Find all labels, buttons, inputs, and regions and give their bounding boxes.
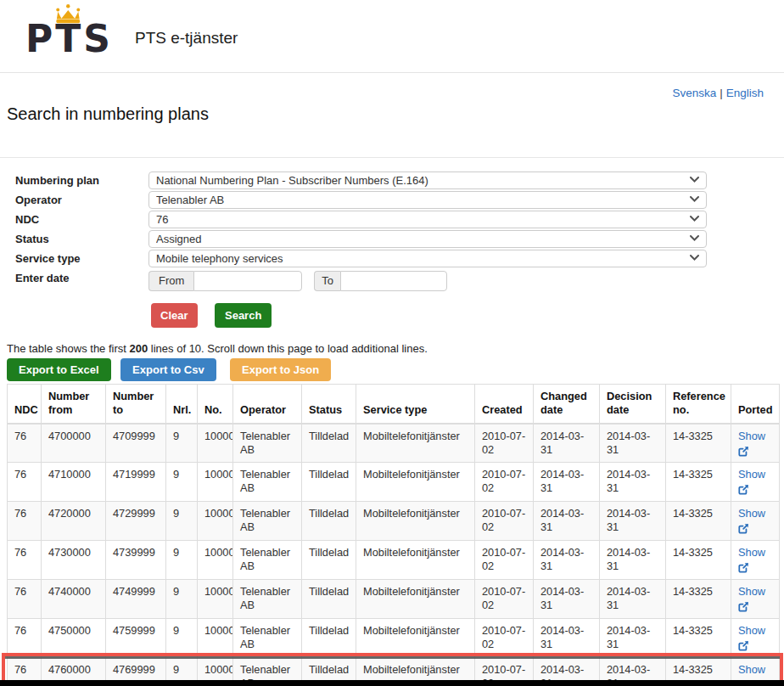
table-cell: 4749999 xyxy=(106,580,166,619)
show-link-label: Show xyxy=(738,546,765,559)
language-link-svenska[interactable]: Svenska xyxy=(672,87,716,99)
page-title: Search in numbering plans xyxy=(7,104,784,124)
table-cell: Tilldelad xyxy=(302,463,356,502)
search-button[interactable]: Search xyxy=(215,303,272,328)
table-cell-ported: Show xyxy=(731,424,780,463)
show-link[interactable]: Show xyxy=(738,430,765,457)
status-select[interactable]: Assigned xyxy=(148,230,707,248)
column-header-created: Created xyxy=(475,385,534,424)
table-cell: Mobiltelefonitjänster xyxy=(356,424,475,463)
show-link[interactable]: Show xyxy=(738,585,765,612)
table-cell: Tilldelad xyxy=(302,619,356,658)
table-cell: 2014-03-31 xyxy=(534,424,600,463)
table-cell: Tilldelad xyxy=(302,424,356,463)
show-link[interactable]: Show xyxy=(738,468,765,495)
ndc-label: NDC xyxy=(15,211,148,228)
table-cell: 4709999 xyxy=(106,424,166,463)
pts-logo[interactable]: PTS xyxy=(25,20,113,58)
table-cell: 14-3325 xyxy=(666,463,731,502)
table-cell: Tilldelad xyxy=(302,502,356,541)
table-cell: 14-3325 xyxy=(666,541,731,580)
operator-select[interactable]: Telenabler AB xyxy=(148,191,707,209)
table-cell: Tilldelad xyxy=(302,541,356,580)
table-cell: 4710000 xyxy=(42,463,106,502)
date-to-addon: To xyxy=(314,271,340,291)
language-link-english[interactable]: English xyxy=(726,87,764,99)
ndc-select[interactable]: 76 xyxy=(148,211,707,228)
enter-date-label: Enter date xyxy=(15,269,148,291)
column-header-no: No. xyxy=(198,385,233,424)
summary-suffix: lines of 10. Scroll down this page to lo… xyxy=(148,342,428,355)
external-link-icon xyxy=(738,640,749,651)
date-from-group: From xyxy=(148,271,302,291)
column-header-service-type: Service type xyxy=(356,385,475,424)
table-cell: 9 xyxy=(166,619,198,658)
external-link-icon xyxy=(738,446,749,457)
clear-button[interactable]: Clear xyxy=(151,303,198,328)
show-link[interactable]: Show xyxy=(738,546,765,573)
date-range-row: From To xyxy=(148,271,707,291)
date-to-input[interactable] xyxy=(340,271,447,291)
table-cell: 2014-03-31 xyxy=(534,502,600,541)
export-excel-button[interactable]: Export to Excel xyxy=(7,358,111,381)
table-cell: 9 xyxy=(166,541,198,580)
show-link-label: Show xyxy=(738,585,765,598)
table-cell: 4759999 xyxy=(106,619,166,658)
export-json-button[interactable]: Export to Json xyxy=(230,358,331,381)
table-cell: 4739999 xyxy=(106,541,166,580)
table-cell: 2014-03-31 xyxy=(534,580,600,619)
table-cell: Telenabler AB xyxy=(233,619,302,658)
table-row: 7647400004749999910000Telenabler ABTilld… xyxy=(8,580,780,619)
table-cell: Telenabler AB xyxy=(233,463,302,502)
divider xyxy=(0,157,784,158)
show-link-label: Show xyxy=(738,468,765,481)
table-row: 7647100004719999910000Telenabler ABTilld… xyxy=(8,463,780,502)
column-header-ndc: NDC xyxy=(8,385,42,424)
numbering-plan-select[interactable]: National Numbering Plan - Subscriber Num… xyxy=(148,172,707,189)
table-cell: 76 xyxy=(8,619,42,658)
service-type-label: Service type xyxy=(15,250,148,267)
table-cell: Mobiltelefonitjänster xyxy=(356,619,475,658)
table-cell: 14-3325 xyxy=(666,424,731,463)
date-to-group: To xyxy=(314,271,447,291)
status-select-wrap: Assigned xyxy=(148,230,707,248)
table-cell: 14-3325 xyxy=(666,580,731,619)
table-cell: Mobiltelefonitjänster xyxy=(356,463,475,502)
external-link-icon xyxy=(738,562,749,573)
export-csv-button[interactable]: Export to Csv xyxy=(120,358,216,381)
show-link[interactable]: Show xyxy=(738,624,765,651)
external-link-icon xyxy=(738,523,749,534)
table-cell: 4720000 xyxy=(42,502,106,541)
table-cell: 10000 xyxy=(198,463,233,502)
table-cell: 4750000 xyxy=(42,619,106,658)
service-type-select[interactable]: Mobile telephony services xyxy=(148,250,707,267)
external-link-icon xyxy=(738,484,749,495)
table-cell: 2014-03-31 xyxy=(534,541,600,580)
table-cell: Telenabler AB xyxy=(233,502,302,541)
table-cell: 10000 xyxy=(198,502,233,541)
table-cell: 4740000 xyxy=(42,580,106,619)
show-link[interactable]: Show xyxy=(738,507,765,534)
table-cell: 10000 xyxy=(198,580,233,619)
show-link-label: Show xyxy=(738,430,765,442)
table-cell: Mobiltelefonitjänster xyxy=(356,541,475,580)
table-cell: Telenabler AB xyxy=(233,580,302,619)
table-cell: Tilldelad xyxy=(302,580,356,619)
table-cell: 2014-03-31 xyxy=(600,580,666,619)
operator-label: Operator xyxy=(15,191,148,209)
table-cell-ported: Show xyxy=(731,502,780,541)
date-from-input[interactable] xyxy=(193,271,302,291)
column-header-number-from: Number from xyxy=(42,385,106,424)
status-label: Status xyxy=(15,230,148,248)
bottom-bar xyxy=(0,680,784,686)
form-actions: Clear Search xyxy=(151,303,784,328)
table-cell: 9 xyxy=(166,424,198,463)
column-header-operator: Operator xyxy=(233,385,302,424)
show-link-label: Show xyxy=(738,507,765,520)
language-separator: | xyxy=(720,87,723,99)
table-cell: 10000 xyxy=(198,424,233,463)
table-cell: 2010-07-02 xyxy=(475,619,534,658)
column-header-ported: Ported xyxy=(731,385,780,424)
operator-select-wrap: Telenabler AB xyxy=(148,191,707,209)
column-header-decision-date: Decision date xyxy=(600,385,666,424)
